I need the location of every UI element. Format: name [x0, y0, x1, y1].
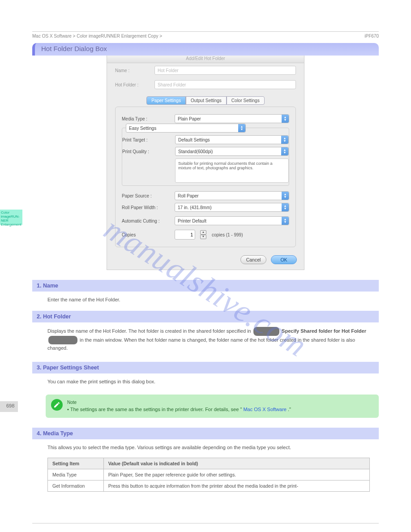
stepper-down-icon[interactable]: ▼	[200, 235, 206, 239]
media-type-select[interactable]: Plain Paper ▲▼	[175, 114, 289, 123]
paper-source-select[interactable]: Roll Paper ▲▼	[175, 191, 289, 200]
roll-width-select[interactable]: 17 in. (431.8mm) ▲▼	[175, 203, 289, 212]
tab-paper-settings[interactable]: Paper Settings	[146, 96, 186, 105]
hot-folder-callout: Hot Folder Dialog Box	[32, 43, 379, 56]
section-media-type: 4. Media Type	[32, 428, 379, 439]
breadcrumb: Mac OS X Software > Color imageRUNNER En…	[32, 34, 379, 39]
auto-cutting-label: Automatic Cutting :	[122, 219, 171, 223]
select-arrows-icon: ▲▼	[282, 203, 289, 211]
copies-label: Copies	[122, 232, 171, 237]
section-name: 1. Name	[32, 280, 379, 292]
hot-folder-input[interactable]	[154, 80, 296, 89]
section-paper-settings: 3. Paper Settings Sheet	[32, 362, 379, 373]
top-rule	[32, 31, 379, 32]
section-media-text: This allows you to select the media type…	[47, 444, 374, 451]
bottom-rule	[32, 523, 379, 523]
note-box: Note • The settings are the same as the …	[46, 395, 379, 418]
note-text: Note • The settings are the same as the …	[67, 399, 291, 413]
section-hot-folder-text: Displays the name of the Hot Folder. The…	[47, 327, 374, 352]
select-arrows-icon: ▲▼	[282, 217, 289, 225]
pencil-icon	[51, 399, 63, 411]
ok-button[interactable]: OK	[271, 255, 297, 264]
cancel-button[interactable]: Cancel	[240, 255, 266, 264]
paper-settings-panel: Media Type : Plain Paper ▲▼ Easy Setting…	[115, 107, 296, 247]
select-arrows-icon: ▲▼	[281, 136, 288, 144]
select-arrows-icon: ▲▼	[281, 147, 288, 155]
stepper-up-icon[interactable]: ▲	[200, 230, 206, 235]
section-name-text: Enter the name of the Hot Folder.	[47, 296, 374, 304]
note-link[interactable]: Mac OS X Software	[243, 407, 287, 412]
media-settings-table: Setting Item Value (Default value is ind…	[47, 458, 370, 492]
print-target-label: Print Target :	[122, 137, 171, 142]
easy-settings-select[interactable]: Easy Settings ▲▼	[126, 124, 246, 133]
table-row: Media Type Plain Paper, See the paper re…	[48, 469, 370, 480]
section-paper-text: You can make the print settings in this …	[47, 378, 374, 386]
button-token: Button	[48, 336, 77, 345]
paper-source-label: Paper Source :	[122, 193, 171, 198]
print-quality-select[interactable]: Standard(600dpi) ▲▼	[175, 147, 289, 156]
name-label: Name :	[115, 68, 150, 73]
col-setting: Setting Item	[48, 458, 104, 469]
name-input[interactable]	[154, 66, 296, 75]
callout-title: Hot Folder Dialog Box	[41, 45, 107, 52]
page-number: 698	[6, 403, 14, 408]
select-arrows-icon: ▲▼	[282, 115, 289, 123]
copies-input[interactable]	[175, 230, 195, 240]
col-value: Value (Default value is indicated in bol…	[103, 458, 369, 469]
add-edit-hot-folder-dialog: Add/Edit Hot Folder Name : Hot Folder : …	[107, 54, 304, 270]
table-row: Get Information Press this button to acq…	[48, 480, 370, 491]
media-type-label: Media Type :	[122, 116, 171, 121]
table-header-row: Setting Item Value (Default value is ind…	[48, 458, 370, 469]
side-tab: Color imageRUN-NER Enlargement	[0, 210, 22, 225]
roll-width-label: Roll Paper Width :	[122, 205, 171, 210]
section-hot-folder: 2. Hot Folder	[32, 311, 379, 322]
breadcrumb-left: Mac OS X Software > Color imageRUNNER En…	[32, 34, 162, 39]
tab-output-settings[interactable]: Output Settings	[186, 96, 227, 105]
hot-folder-label: Hot Folder :	[115, 82, 150, 87]
breadcrumb-right: iPF670	[364, 34, 379, 39]
shell-token: Shell	[253, 327, 279, 336]
select-arrows-icon: ▲▼	[282, 192, 289, 200]
copies-range: copies (1 - 999)	[212, 232, 243, 237]
hot-folder-link: Specify Shared folder for Hot Folder	[282, 328, 366, 334]
print-quality-label: Print Quality :	[122, 149, 171, 154]
dialog-title: Add/Edit Hot Folder	[107, 54, 304, 63]
easy-settings-group: Easy Settings ▲▼ Print Target : Default …	[122, 128, 289, 186]
select-arrows-icon: ▲▼	[238, 124, 245, 132]
tab-color-settings[interactable]: Color Settings	[227, 96, 265, 105]
copies-stepper[interactable]: ▲ ▼	[200, 230, 206, 239]
settings-tabs: Paper Settings Output Settings Color Set…	[107, 96, 304, 105]
auto-cutting-select[interactable]: Printer Default ▲▼	[175, 216, 289, 225]
print-target-select[interactable]: Default Settings ▲▼	[175, 135, 289, 144]
quality-description: Suitable for printing normal documents t…	[175, 159, 289, 183]
